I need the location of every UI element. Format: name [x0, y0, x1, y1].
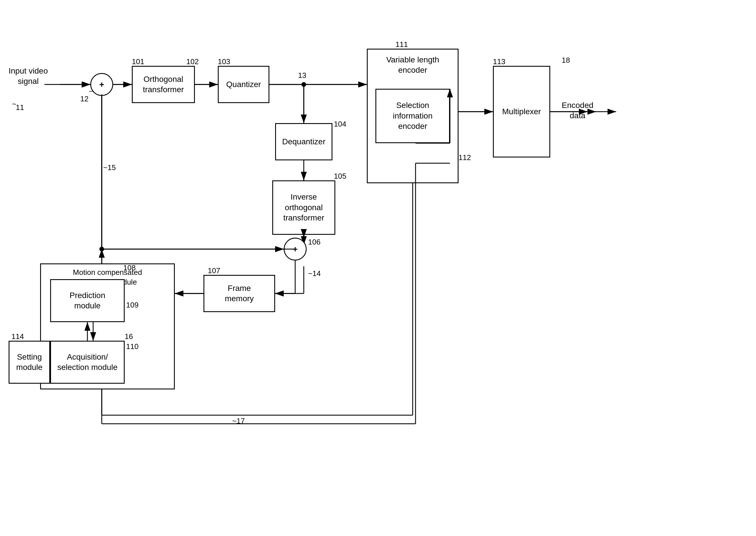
prediction-module-block: Predictionmodule: [50, 279, 125, 322]
setting-module-block: Settingmodule: [9, 341, 50, 384]
inverse-orthogonal-block: Inverseorthogonaltransformer: [272, 181, 335, 235]
n14-label: ~14: [308, 269, 321, 278]
n110-label: 110: [126, 342, 138, 351]
n16-label: 16: [125, 332, 133, 341]
encoded-data-label: Encodeddata: [562, 100, 594, 121]
acquisition-selection-label: Acquisition/selection module: [57, 352, 118, 373]
svg-point-25: [302, 82, 306, 87]
n17-label: ~17: [232, 417, 245, 425]
svg-point-26: [99, 247, 104, 251]
n113-label: 113: [493, 57, 505, 66]
n105-label: 105: [334, 172, 346, 181]
prediction-module-label: Predictionmodule: [70, 290, 105, 311]
orthogonal-transformer-block: Orthogonaltransformer: [132, 66, 195, 103]
n15-label: ~15: [103, 163, 116, 172]
frame-memory-block: Framememory: [203, 275, 275, 312]
quantizer-label: Quantizer: [226, 79, 261, 90]
n13-label: 13: [298, 71, 306, 80]
variable-length-label: Variable lengthencoder: [368, 55, 458, 76]
n112-label: 112: [458, 153, 471, 162]
setting-module-label: Settingmodule: [16, 352, 43, 373]
selection-info-label: Selectioninformationencoder: [393, 100, 433, 131]
orthogonal-transformer-label: Orthogonaltransformer: [143, 74, 184, 95]
multiplexer-label: Multiplexer: [502, 107, 541, 117]
multiplexer-block: Multiplexer: [493, 66, 550, 157]
n104-label: 104: [334, 120, 346, 129]
n107-label: 107: [208, 266, 220, 275]
input-video-label: Input videosignal: [9, 66, 48, 87]
n103-label: 103: [218, 57, 230, 66]
acquisition-selection-block: Acquisition/selection module: [50, 341, 125, 384]
inverse-orthogonal-label: Inverseorthogonaltransformer: [283, 192, 324, 223]
dequantizer-label: Dequantizer: [282, 137, 326, 147]
n11-label: 11: [16, 103, 24, 112]
summing-junction-main: +: [90, 73, 113, 96]
n102-label: 102: [186, 57, 198, 66]
frame-memory-label: Framememory: [225, 283, 254, 304]
n109-label: 109: [126, 301, 138, 310]
n101-label: 101: [132, 57, 144, 66]
tilde11: ~: [12, 100, 16, 109]
selection-info-encoder-block: Selectioninformationencoder: [376, 89, 450, 143]
minus-label: −: [89, 87, 93, 95]
n114-label: 114: [12, 332, 24, 341]
n111-label: 111: [395, 40, 408, 49]
dequantizer-block: Dequantizer: [275, 123, 333, 160]
n18-label: 18: [562, 56, 570, 65]
n106-label: 106: [308, 238, 320, 247]
n108-label: 108: [123, 263, 135, 272]
summing-junction-106: +: [284, 238, 306, 260]
n12-label: 12: [80, 94, 89, 103]
quantizer-block: Quantizer: [218, 66, 270, 103]
